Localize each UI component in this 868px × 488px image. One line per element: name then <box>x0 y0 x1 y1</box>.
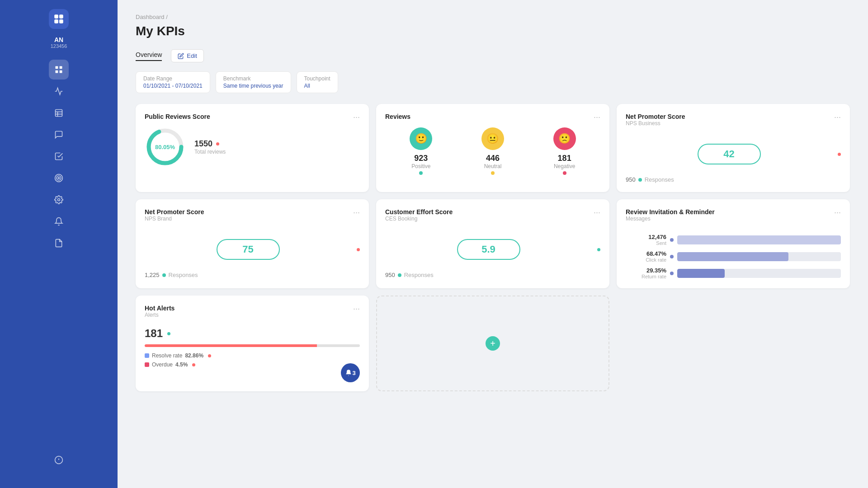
svg-rect-1 <box>59 14 63 19</box>
alerts-dot <box>167 332 170 335</box>
inv-return-bar <box>677 269 725 278</box>
card-reviews: Reviews ··· 🙂 923 Positive 😐 446 Neutral <box>376 104 609 192</box>
nps-brand-responses: 1,225 Responses <box>145 272 360 278</box>
svg-rect-3 <box>59 19 63 23</box>
filters-bar: Date Range 01/10/2021 - 07/10/2021 Bench… <box>136 71 850 93</box>
public-reviews-info: 1550 Total reviews <box>194 139 226 155</box>
breadcrumb: Dashboard / <box>136 14 850 20</box>
inv-click: 68.47% Click rate <box>626 250 841 263</box>
svg-rect-6 <box>56 70 58 73</box>
card-menu-invitation[interactable]: ··· <box>834 208 841 216</box>
card-menu-ces[interactable]: ··· <box>594 208 600 216</box>
alert-badge[interactable]: 3 <box>341 363 360 382</box>
card-menu-reviews[interactable]: ··· <box>594 113 600 121</box>
dashboard-grid: Public Reviews Score ··· 80.05% 155 <box>136 104 850 391</box>
score-dot <box>638 178 642 182</box>
svg-rect-4 <box>56 66 58 69</box>
sidebar-item-analytics[interactable] <box>49 81 69 101</box>
ces-dot <box>597 248 600 251</box>
ces-responses: 950 Responses <box>385 272 600 278</box>
card-nps-brand: Net Promoter Score NPS Brand ··· 75 1,22… <box>136 199 369 288</box>
neutral-dot <box>491 171 495 175</box>
alert-overdue: Overdue 4.5% <box>145 361 360 368</box>
nps-business-responses: 950 Responses <box>626 176 841 183</box>
filter-date-range[interactable]: Date Range 01/10/2021 - 07/10/2021 <box>136 71 210 93</box>
svg-rect-0 <box>54 14 58 19</box>
review-neutral: 😐 446 Neutral <box>481 127 504 175</box>
card-hot-alerts: Hot Alerts Alerts ··· 181 Resolve rate 8… <box>136 296 369 391</box>
bell-icon <box>345 369 352 376</box>
page-title: My KPIs <box>136 24 850 38</box>
neutral-face-icon: 😐 <box>481 127 504 150</box>
inv-return: 29.35% Return rate <box>626 267 841 279</box>
resolve-square-icon <box>145 353 149 358</box>
negative-dot <box>563 171 566 175</box>
alert-resolve: Resolve rate 82.86% <box>145 352 360 359</box>
add-icon: + <box>486 336 500 351</box>
hot-alerts-count: 181 <box>145 327 163 340</box>
filter-benchmark[interactable]: Benchmark Same time previous year <box>216 71 291 93</box>
svg-rect-5 <box>60 66 62 69</box>
card-public-reviews: Public Reviews Score ··· 80.05% 155 <box>136 104 369 192</box>
invitation-stats: 12,476 Sent 68.47% Click rate <box>626 234 841 279</box>
add-widget-button[interactable]: + <box>376 296 609 391</box>
alert-progress-bar <box>145 344 360 347</box>
sidebar-nav <box>0 60 118 450</box>
donut-chart: 80.05% <box>145 127 185 167</box>
negative-face-icon: 🙁 <box>553 127 576 150</box>
edit-button[interactable]: Edit <box>171 49 203 62</box>
sidebar-bottom <box>49 450 69 479</box>
overdue-alert-dot <box>192 363 195 366</box>
sidebar-user: AN 123456 <box>51 36 67 49</box>
edit-icon <box>178 53 184 59</box>
sidebar: AN 123456 <box>0 0 118 488</box>
sidebar-item-goals[interactable] <box>49 168 69 188</box>
review-positive: 🙂 923 Positive <box>410 127 432 175</box>
sidebar-item-dashboard[interactable] <box>49 60 69 80</box>
sidebar-item-feedback[interactable] <box>49 125 69 145</box>
ces-score-dot <box>398 273 401 277</box>
inv-sent: 12,476 Sent <box>626 234 841 246</box>
sidebar-item-notifications[interactable] <box>49 211 69 231</box>
svg-rect-2 <box>54 19 58 23</box>
inv-click-bar <box>677 252 788 261</box>
positive-dot <box>419 171 423 175</box>
sidebar-logo <box>49 9 69 29</box>
donut-score: 80.05% <box>155 144 175 150</box>
filter-touchpoint[interactable]: Touchpoint All <box>297 71 338 93</box>
sidebar-item-settings[interactable] <box>49 190 69 210</box>
sidebar-item-tasks[interactable] <box>49 146 69 166</box>
nps-business-score: 42 <box>698 144 761 164</box>
overdue-square-icon <box>145 362 149 367</box>
tabs-bar: Overview Edit <box>136 49 850 62</box>
brand-score-dot <box>162 273 166 277</box>
nps-alert-dot <box>838 153 841 156</box>
inv-sent-dot <box>670 238 674 242</box>
sidebar-item-help[interactable] <box>49 450 69 470</box>
card-ces: Customer Effort Score CES Booking ··· 5.… <box>376 199 609 288</box>
sidebar-item-documents[interactable] <box>49 233 69 253</box>
card-menu-hot-alerts[interactable]: ··· <box>353 305 360 313</box>
review-negative: 🙁 181 Negative <box>553 127 576 175</box>
main-content: Dashboard / My KPIs Overview Edit Date R… <box>118 0 868 488</box>
svg-point-14 <box>58 177 59 178</box>
card-menu-public-reviews[interactable]: ··· <box>353 113 360 121</box>
inv-click-dot <box>670 255 674 258</box>
svg-rect-8 <box>56 110 62 117</box>
inv-sent-bar <box>677 235 841 244</box>
svg-point-15 <box>58 199 60 201</box>
ces-score: 5.9 <box>457 239 520 260</box>
positive-face-icon: 🙂 <box>410 127 432 150</box>
svg-rect-7 <box>60 70 62 73</box>
nps-brand-score: 75 <box>217 239 280 260</box>
card-nps-business: Net Promoter Score NPS Business ··· 42 9… <box>617 104 850 192</box>
card-menu-nps-business[interactable]: ··· <box>834 113 841 121</box>
nps-brand-dot <box>357 248 360 251</box>
tab-overview[interactable]: Overview <box>136 51 162 61</box>
svg-point-13 <box>57 176 61 180</box>
resolve-alert-dot <box>208 354 211 357</box>
card-menu-nps-brand[interactable]: ··· <box>353 208 360 216</box>
sidebar-item-reports[interactable] <box>49 103 69 123</box>
inv-return-dot <box>670 272 674 275</box>
alert-dot <box>216 142 219 145</box>
